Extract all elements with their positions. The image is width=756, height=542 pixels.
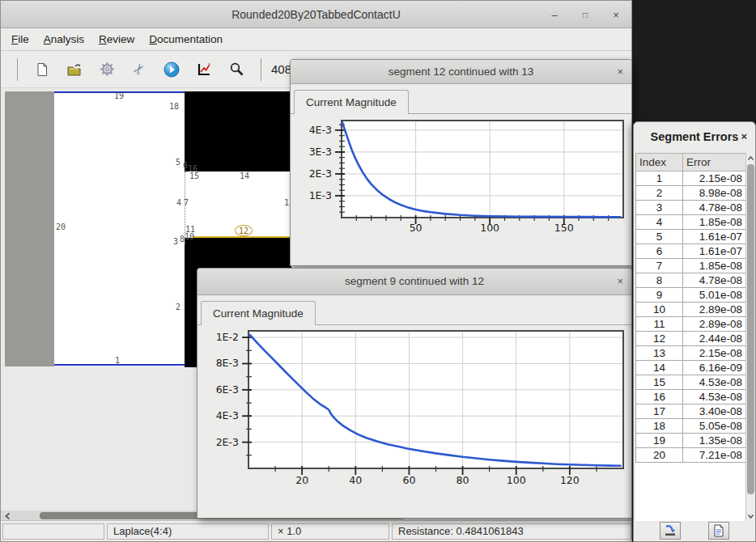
table-row[interactable]: 154.53e-08 xyxy=(636,375,747,390)
svg-text:100: 100 xyxy=(480,222,499,234)
table-row[interactable]: 207.21e-08 xyxy=(636,448,747,463)
table-row[interactable]: 34.78e-08 xyxy=(636,201,747,215)
table-row[interactable]: 95.01e-08 xyxy=(636,288,747,303)
menu-item-file[interactable]: File xyxy=(4,30,36,49)
segment-label-2[interactable]: 2 xyxy=(176,303,181,311)
svg-text:2E-3: 2E-3 xyxy=(216,436,239,448)
maximize-button[interactable]: □ xyxy=(580,11,591,19)
plot-results-button[interactable] xyxy=(188,56,220,83)
menu-item-documentation[interactable]: Documentation xyxy=(142,30,230,49)
segment-label-12[interactable]: 12 xyxy=(239,227,248,235)
segment-label-1[interactable]: 1 xyxy=(115,357,120,365)
table-row[interactable]: 51.61e-07 xyxy=(636,230,747,244)
column-header-index[interactable]: Index xyxy=(636,154,683,171)
table-row[interactable]: 146.16e-09 xyxy=(636,361,747,375)
vertical-scrollbar[interactable] xyxy=(745,153,754,521)
table-row[interactable]: 61.61e-07 xyxy=(636,244,747,259)
table-row[interactable]: 191.35e-08 xyxy=(636,434,747,448)
cut-button[interactable]: ✂ xyxy=(123,56,155,83)
svg-text:50: 50 xyxy=(410,222,423,234)
toolbar-separator xyxy=(261,58,261,81)
segment-12-highlight xyxy=(193,236,291,238)
cell-error: 4.53e-08 xyxy=(683,390,747,404)
chart-window-titlebar[interactable]: segment 9 continued with 12 × xyxy=(197,269,631,295)
segment-count-label: 408 xyxy=(271,62,291,76)
table-row[interactable]: 112.89e-08 xyxy=(636,317,747,332)
scroll-up-button[interactable] xyxy=(746,153,755,163)
cell-index: 16 xyxy=(636,390,683,404)
table-row[interactable]: 132.15e-08 xyxy=(636,346,747,361)
current-magnitude-chart[interactable]: 501001501E-32E-33E-34E-3 xyxy=(291,114,633,252)
table-row[interactable]: 173.40e-08 xyxy=(636,404,747,419)
svg-text:4E-3: 4E-3 xyxy=(309,124,332,136)
menu-item-review[interactable]: Review xyxy=(91,30,142,49)
table-row[interactable]: 84.78e-08 xyxy=(636,273,747,288)
close-icon[interactable]: × xyxy=(617,66,623,78)
table-row[interactable]: 164.53e-08 xyxy=(636,390,747,404)
close-button[interactable]: × xyxy=(610,9,622,21)
table-row[interactable]: 102.89e-08 xyxy=(636,303,747,317)
menu-item-analysis[interactable]: Analysis xyxy=(36,30,91,49)
document-icon xyxy=(713,524,724,537)
segment-label-15[interactable]: 15 xyxy=(189,172,199,180)
open-file-button[interactable] xyxy=(58,56,91,83)
chevron-up-icon xyxy=(747,155,754,162)
scissors-icon: ✂ xyxy=(129,60,149,79)
segment-label-14[interactable]: 14 xyxy=(240,172,249,180)
export-errors-button[interactable] xyxy=(660,522,681,540)
cell-error: 1.61e-07 xyxy=(683,244,747,259)
svg-text:60: 60 xyxy=(402,474,415,486)
zoom-button[interactable] xyxy=(220,56,253,83)
segment-errors-panel: Segment Errors × Index Error 12.15e-0828… xyxy=(633,121,756,542)
close-icon[interactable]: × xyxy=(617,275,623,287)
chart-window-title: segment 12 continued with 13 xyxy=(291,66,631,78)
segment-label-10[interactable]: 10 xyxy=(185,233,194,241)
svg-text:150: 150 xyxy=(554,222,574,234)
svg-text:1E-3: 1E-3 xyxy=(309,189,332,201)
cell-index: 6 xyxy=(636,244,683,259)
cell-index: 14 xyxy=(636,361,683,375)
minimize-button[interactable]: – xyxy=(549,9,560,21)
table-row[interactable]: 71.85e-08 xyxy=(636,259,747,273)
table-row[interactable]: 122.44e-08 xyxy=(636,332,747,346)
cell-error: 8.98e-08 xyxy=(683,186,747,201)
segment-label-7[interactable]: 7 xyxy=(184,199,189,207)
main-titlebar[interactable]: Rounded20By20TabbedContactU – □ × xyxy=(1,1,631,28)
cell-error: 5.01e-08 xyxy=(683,288,747,303)
table-row[interactable]: 12.15e-08 xyxy=(636,171,747,186)
column-header-error[interactable]: Error xyxy=(683,154,747,171)
report-button[interactable] xyxy=(708,522,729,540)
status-cell-resistance: Resistance: 0.4841061843 xyxy=(392,523,631,540)
tab-current-magnitude[interactable]: Current Magnitude xyxy=(201,301,316,325)
cell-index: 7 xyxy=(636,259,683,273)
segment-label-4[interactable]: 4 xyxy=(176,199,181,207)
current-magnitude-chart[interactable]: 204060801001202E-34E-36E-38E-31E-2 xyxy=(197,325,633,519)
tab-current-magnitude[interactable]: Current Magnitude xyxy=(294,90,409,114)
table-row[interactable]: 185.05e-08 xyxy=(636,419,747,434)
cell-error: 2.44e-08 xyxy=(683,332,747,346)
segment-label-19[interactable]: 19 xyxy=(114,92,124,100)
new-document-icon xyxy=(35,62,49,77)
cell-index: 1 xyxy=(636,171,683,186)
svg-text:40: 40 xyxy=(349,474,362,486)
cell-error: 1.61e-07 xyxy=(683,230,747,244)
cell-index: 17 xyxy=(636,404,683,419)
segment-label-20[interactable]: 20 xyxy=(56,223,66,231)
cell-error: 3.40e-08 xyxy=(683,404,747,419)
run-analysis-button[interactable] xyxy=(155,56,188,83)
svg-text:1E-2: 1E-2 xyxy=(216,331,239,343)
svg-text:3E-3: 3E-3 xyxy=(309,146,332,158)
desktop: Rounded20By20TabbedContactU – □ × FileAn… xyxy=(0,0,756,542)
vertical-scrollbar-thumb[interactable] xyxy=(747,164,754,494)
cell-error: 2.15e-08 xyxy=(683,346,747,361)
table-row[interactable]: 41.85e-08 xyxy=(636,215,747,230)
segment-label-18[interactable]: 18 xyxy=(169,103,179,111)
table-row[interactable]: 28.98e-08 xyxy=(636,186,747,201)
new-document-button[interactable] xyxy=(26,56,58,83)
settings-button[interactable] xyxy=(91,56,123,83)
segment-label-5[interactable]: 5 xyxy=(176,159,181,167)
cell-error: 7.21e-08 xyxy=(683,448,747,463)
close-icon[interactable]: × xyxy=(741,130,747,142)
chart-window-titlebar[interactable]: segment 12 continued with 13 × xyxy=(291,60,631,84)
segment-label-3[interactable]: 3 xyxy=(173,238,178,246)
